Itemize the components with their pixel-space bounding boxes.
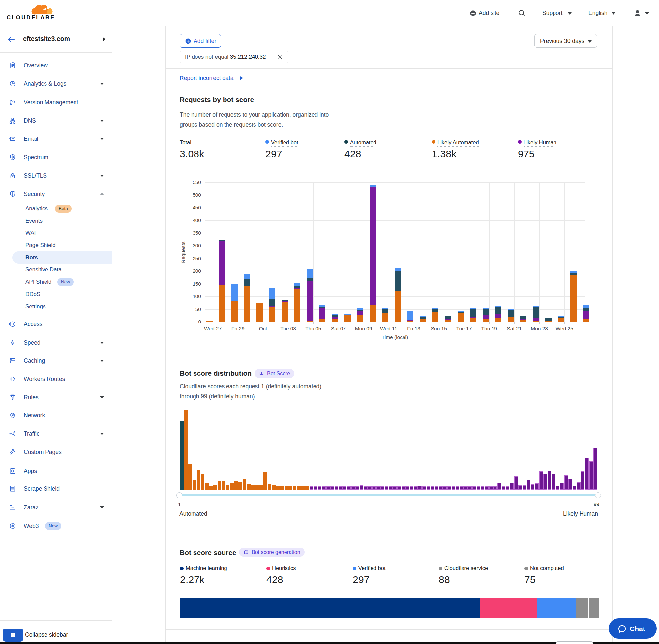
svg-text:CLOUDFLARE: CLOUDFLARE <box>6 15 55 20</box>
